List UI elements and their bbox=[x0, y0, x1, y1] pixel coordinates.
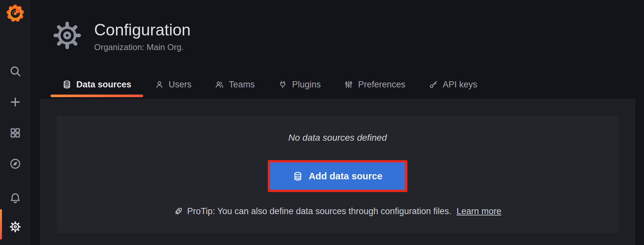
grafana-logo[interactable] bbox=[0, 4, 30, 23]
tab-users[interactable]: Users bbox=[143, 78, 204, 97]
sidebar-item-dashboards[interactable] bbox=[0, 126, 30, 140]
apps-icon bbox=[9, 127, 21, 139]
highlight-box: Add data source bbox=[268, 160, 407, 192]
gear-icon bbox=[9, 221, 21, 233]
gear-icon bbox=[52, 20, 82, 51]
tab-label: Data sources bbox=[76, 78, 131, 91]
tab-label: Preferences bbox=[358, 78, 405, 91]
tab-plugins[interactable]: Plugins bbox=[266, 78, 333, 97]
user-icon bbox=[155, 80, 164, 89]
compass-icon bbox=[9, 158, 21, 170]
sidebar-item-create[interactable] bbox=[0, 95, 30, 109]
protip-text: ProTip: You can also define data sources… bbox=[187, 206, 451, 216]
sidebar-item-explore[interactable] bbox=[0, 157, 30, 171]
empty-list-message: No data sources defined bbox=[288, 133, 387, 143]
users-icon bbox=[215, 80, 224, 89]
grafana-logo-icon bbox=[6, 4, 25, 23]
sidebar-item-configuration[interactable] bbox=[0, 220, 30, 234]
page-header-text: Configuration Organization: Main Org. bbox=[94, 20, 191, 52]
page-title: Configuration bbox=[94, 21, 191, 38]
grafana-window: Configuration Organization: Main Org. Da… bbox=[0, 0, 644, 245]
tab-bar: Data sources Users Teams Plugins Prefere… bbox=[51, 78, 489, 97]
database-icon bbox=[293, 171, 303, 181]
tab-label: Users bbox=[169, 78, 192, 91]
tab-api-keys[interactable]: API keys bbox=[417, 78, 489, 97]
tab-content: No data sources defined Add data source … bbox=[40, 99, 635, 245]
bell-icon bbox=[9, 192, 21, 204]
main-content: Configuration Organization: Main Org. Da… bbox=[31, 0, 644, 245]
protip: ProTip: You can also define data sources… bbox=[174, 206, 501, 216]
sliders-icon bbox=[344, 80, 353, 89]
empty-list-cta-panel: No data sources defined Add data source … bbox=[56, 116, 619, 233]
plug-icon bbox=[278, 80, 287, 89]
add-data-source-button[interactable]: Add data source bbox=[270, 162, 405, 190]
sidebar-item-search[interactable] bbox=[0, 64, 30, 78]
rocket-icon bbox=[174, 207, 183, 216]
sidebar-item-alerting[interactable] bbox=[0, 191, 30, 205]
plus-icon bbox=[9, 96, 21, 108]
tab-preferences[interactable]: Preferences bbox=[332, 78, 417, 97]
database-icon bbox=[62, 80, 71, 89]
tab-label: Plugins bbox=[292, 78, 321, 91]
search-icon bbox=[9, 65, 21, 77]
page-subtitle: Organization: Main Org. bbox=[94, 42, 191, 52]
sidebar-active-indicator bbox=[0, 209, 2, 239]
add-data-source-button-label: Add data source bbox=[309, 171, 382, 182]
key-icon bbox=[429, 80, 438, 89]
learn-more-link[interactable]: Learn more bbox=[456, 206, 501, 216]
sidebar bbox=[0, 0, 30, 245]
page-header: Configuration Organization: Main Org. bbox=[31, 0, 644, 52]
tab-label: Teams bbox=[229, 78, 255, 91]
tab-label: API keys bbox=[443, 78, 477, 91]
tab-teams[interactable]: Teams bbox=[203, 78, 266, 97]
tab-data-sources[interactable]: Data sources bbox=[51, 78, 143, 97]
